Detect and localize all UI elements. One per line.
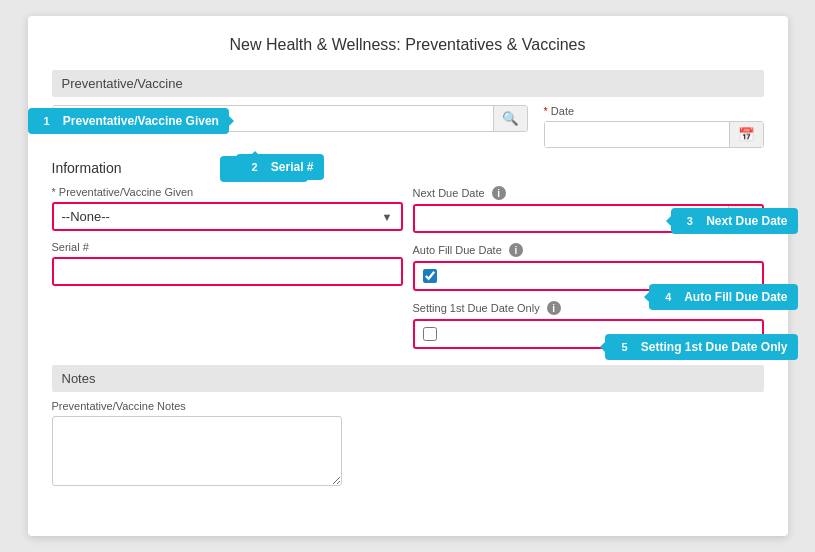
notes-textarea[interactable] <box>52 416 342 486</box>
serial-input-wrap[interactable] <box>52 257 403 286</box>
auto-fill-checkbox[interactable] <box>423 269 437 283</box>
tooltip-bubble-5: 5 Setting 1st Due Date Only <box>605 334 797 360</box>
next-due-date-info-icon[interactable]: i <box>492 186 506 200</box>
setting-1st-checkbox[interactable] <box>423 327 437 341</box>
search-button[interactable]: 🔍 <box>493 106 527 131</box>
vaccine-given-select[interactable]: --None-- <box>54 204 374 229</box>
notes-section: Notes Preventative/Vaccine Notes <box>52 365 764 489</box>
serial-input[interactable] <box>54 259 401 284</box>
date-input[interactable] <box>545 122 729 147</box>
select-arrow-icon: ▼ <box>374 206 401 228</box>
vaccine-given-field: * Preventative/Vaccine Given --None-- ▼ <box>52 186 403 231</box>
date-input-wrap[interactable]: 📅 <box>544 121 764 148</box>
left-column: * Preventative/Vaccine Given --None-- ▼ … <box>52 186 403 349</box>
next-due-date-label: Next Due Date i <box>413 186 764 200</box>
date-label: * Date <box>544 105 764 117</box>
serial-label: Serial # <box>52 241 403 253</box>
information-section: Information * Preventative/Vaccine Given… <box>52 160 764 349</box>
setting-1st-info-icon[interactable]: i <box>547 301 561 315</box>
information-title: Information <box>52 160 764 176</box>
calendar-button[interactable]: 📅 <box>729 122 763 147</box>
tooltip-bubble-4: 4 Auto Fill Due Date <box>649 284 797 310</box>
page-title: New Health & Wellness: Preventatives & V… <box>52 36 764 54</box>
tooltip-bubble-3: 3 Next Due Date <box>671 208 798 234</box>
preventative-section-header: Preventative/Vaccine <box>52 70 764 97</box>
serial-field: Serial # <box>52 241 403 286</box>
notes-header: Notes <box>52 365 764 392</box>
vaccine-given-select-wrap[interactable]: --None-- ▼ <box>52 202 403 231</box>
notes-field-label: Preventative/Vaccine Notes <box>52 400 764 412</box>
auto-fill-label: Auto Fill Due Date i <box>413 243 764 257</box>
main-form: New Health & Wellness: Preventatives & V… <box>28 16 788 536</box>
date-group: * Date 📅 <box>544 105 764 148</box>
vaccine-given-label: * Preventative/Vaccine Given <box>52 186 403 198</box>
info-grid: * Preventative/Vaccine Given --None-- ▼ … <box>52 186 764 349</box>
auto-fill-info-icon[interactable]: i <box>509 243 523 257</box>
tooltip-bubble-1: 1 Preventative/Vaccine Given <box>28 108 229 134</box>
serial-badge-tooltip: 2 Serial # <box>236 154 324 180</box>
